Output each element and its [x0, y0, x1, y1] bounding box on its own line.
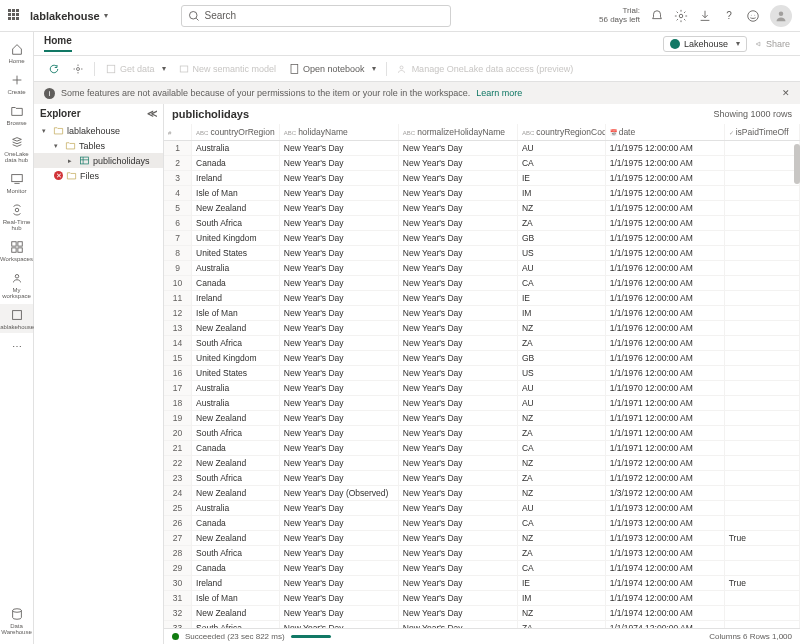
table-row[interactable]: 32New ZealandNew Year's DayNew Year's Da…: [164, 606, 800, 621]
table-row[interactable]: 1AustraliaNew Year's DayNew Year's DayAU…: [164, 141, 800, 156]
table-row[interactable]: 10CanadaNew Year's DayNew Year's DayCA1/…: [164, 276, 800, 291]
search-placeholder: Search: [204, 10, 236, 21]
left-nav-rail: HomeCreateBrowseOneLake data hubMonitorR…: [0, 32, 34, 644]
table-row[interactable]: 17AustraliaNew Year's DayNew Year's DayA…: [164, 381, 800, 396]
get-data-button: Get data▾: [101, 61, 170, 77]
table-row[interactable]: 6South AfricaNew Year's DayNew Year's Da…: [164, 216, 800, 231]
table-row[interactable]: 20South AfricaNew Year's DayNew Year's D…: [164, 426, 800, 441]
tree-files[interactable]: ✕ Files: [34, 168, 163, 183]
new-semantic-model-button: New semantic model: [174, 61, 281, 77]
rail-item-data-warehouse[interactable]: Data Warehouse: [0, 603, 33, 638]
col-header-isPaidTimeOff[interactable]: ✓isPaidTimeOff: [724, 124, 799, 141]
learn-more-link[interactable]: Learn more: [476, 88, 522, 98]
open-notebook-button[interactable]: Open notebook▾: [284, 61, 380, 77]
col-header-row[interactable]: #: [164, 124, 192, 141]
table-row[interactable]: 8United StatesNew Year's DayNew Year's D…: [164, 246, 800, 261]
table-row[interactable]: 13New ZealandNew Year's DayNew Year's Da…: [164, 321, 800, 336]
ribbon-tab-home[interactable]: Home: [44, 35, 72, 52]
rail-item-create[interactable]: Create: [0, 69, 33, 98]
close-banner-button[interactable]: ✕: [782, 88, 790, 98]
data-grid[interactable]: #ABCcountryOrRegionABCholidayNameABCnorm…: [164, 124, 800, 628]
refresh-button[interactable]: [44, 61, 64, 77]
table-row[interactable]: 30IrelandNew Year's DayNew Year's DayIE1…: [164, 576, 800, 591]
col-header-countryOrRegion[interactable]: ABCcountryOrRegion: [192, 124, 280, 141]
status-dimensions: Columns 6 Rows 1,000: [709, 632, 792, 641]
grid-title: publicholidays: [172, 108, 249, 120]
rail-more[interactable]: ⋯: [0, 335, 33, 357]
table-row[interactable]: 9AustraliaNew Year's DayNew Year's DayAU…: [164, 261, 800, 276]
error-icon: ✕: [54, 171, 63, 180]
settings-button[interactable]: [68, 61, 88, 77]
help-icon[interactable]: ?: [722, 9, 736, 23]
table-row[interactable]: 21CanadaNew Year's DayNew Year's DayCA1/…: [164, 441, 800, 456]
rail-item-workspaces[interactable]: Workspaces: [0, 236, 33, 265]
search-input[interactable]: Search: [181, 5, 451, 27]
table-row[interactable]: 22New ZealandNew Year's DayNew Year's Da…: [164, 456, 800, 471]
table-row[interactable]: 14South AfricaNew Year's DayNew Year's D…: [164, 336, 800, 351]
work-icon: [9, 239, 25, 255]
table-row[interactable]: 7United KingdomNew Year's DayNew Year's …: [164, 231, 800, 246]
rail-item-my-workspace[interactable]: My workspace: [0, 267, 33, 302]
tree-table-publicholidays[interactable]: ▸ publicholidays: [34, 153, 163, 168]
app-launcher-icon[interactable]: [8, 9, 22, 23]
chevron-down-icon[interactable]: ▾: [104, 11, 108, 20]
lake-icon: [9, 307, 25, 323]
table-row[interactable]: 29CanadaNew Year's DayNew Year's DayCA1/…: [164, 561, 800, 576]
table-row[interactable]: 2CanadaNew Year's DayNew Year's DayCA1/1…: [164, 156, 800, 171]
rail-item-monitor[interactable]: Monitor: [0, 168, 33, 197]
table-row[interactable]: 19New ZealandNew Year's DayNew Year's Da…: [164, 411, 800, 426]
rail-item-browse[interactable]: Browse: [0, 100, 33, 129]
rail-item-home[interactable]: Home: [0, 38, 33, 67]
table-row[interactable]: 3IrelandNew Year's DayNew Year's DayIE1/…: [164, 171, 800, 186]
svg-point-14: [15, 275, 19, 279]
notifications-icon[interactable]: [650, 9, 664, 23]
trial-status: Trial:56 days left: [599, 7, 640, 25]
feedback-icon[interactable]: [746, 9, 760, 23]
explorer-header: Explorer: [40, 108, 81, 119]
table-row[interactable]: 16United StatesNew Year's DayNew Year's …: [164, 366, 800, 381]
svg-point-22: [400, 66, 403, 69]
table-row[interactable]: 12Isle of ManNew Year's DayNew Year's Da…: [164, 306, 800, 321]
table-row[interactable]: 15United KingdomNew Year's DayNew Year's…: [164, 351, 800, 366]
table-row[interactable]: 5New ZealandNew Year's DayNew Year's Day…: [164, 201, 800, 216]
share-button[interactable]: Share: [753, 39, 790, 49]
table-row[interactable]: 26CanadaNew Year's DayNew Year's DayCA1/…: [164, 516, 800, 531]
svg-point-16: [12, 609, 21, 613]
table-row[interactable]: 4Isle of ManNew Year's DayNew Year's Day…: [164, 186, 800, 201]
col-header-normalizeHolidayName[interactable]: ABCnormalizeHolidayName: [398, 124, 517, 141]
tree-root[interactable]: ▾ lablakehouse: [34, 123, 163, 138]
myws-icon: [9, 270, 25, 286]
pin-icon[interactable]: ≪: [147, 108, 157, 119]
settings-icon[interactable]: [674, 9, 688, 23]
workspace-title[interactable]: lablakehouse: [30, 10, 100, 22]
col-header-date[interactable]: 📅date: [605, 124, 724, 141]
svg-line-1: [197, 18, 199, 20]
table-row[interactable]: 27New ZealandNew Year's DayNew Year's Da…: [164, 531, 800, 546]
table-row[interactable]: 33South AfricaNew Year's DayNew Year's D…: [164, 621, 800, 629]
user-avatar[interactable]: [770, 5, 792, 27]
scrollbar-thumb[interactable]: [794, 144, 800, 184]
folder-icon: [9, 103, 25, 119]
col-header-countryRegionCode[interactable]: ABCcountryRegionCode: [517, 124, 605, 141]
manage-access-button: Manage OneLake data access (preview): [393, 61, 578, 77]
table-row[interactable]: 11IrelandNew Year's DayNew Year's DayIE1…: [164, 291, 800, 306]
table-row[interactable]: 28South AfricaNew Year's DayNew Year's D…: [164, 546, 800, 561]
table-row[interactable]: 18AustraliaNew Year's DayNew Year's DayA…: [164, 396, 800, 411]
rail-item-onelake-data-hub[interactable]: OneLake data hub: [0, 131, 33, 166]
status-text: Succeeded (23 sec 822 ms): [185, 632, 285, 641]
lakehouse-mode-dropdown[interactable]: Lakehouse ▾: [663, 36, 747, 52]
table-row[interactable]: 24New ZealandNew Year's Day (Observed)Ne…: [164, 486, 800, 501]
table-row[interactable]: 25AustraliaNew Year's DayNew Year's DayA…: [164, 501, 800, 516]
svg-rect-19: [180, 66, 188, 72]
svg-point-5: [754, 14, 755, 15]
progress-indicator: [291, 635, 331, 638]
col-header-holidayName[interactable]: ABCholidayName: [279, 124, 398, 141]
download-icon[interactable]: [698, 9, 712, 23]
table-row[interactable]: 31Isle of ManNew Year's DayNew Year's Da…: [164, 591, 800, 606]
lakehouse-dot-icon: [670, 39, 680, 49]
rt-icon: [9, 202, 25, 218]
rail-item-real-time-hub[interactable]: Real-Time hub: [0, 199, 33, 234]
rail-item-lablakehouse[interactable]: lablakehouse: [0, 304, 33, 333]
table-row[interactable]: 23South AfricaNew Year's DayNew Year's D…: [164, 471, 800, 486]
tree-tables[interactable]: ▾ Tables: [34, 138, 163, 153]
